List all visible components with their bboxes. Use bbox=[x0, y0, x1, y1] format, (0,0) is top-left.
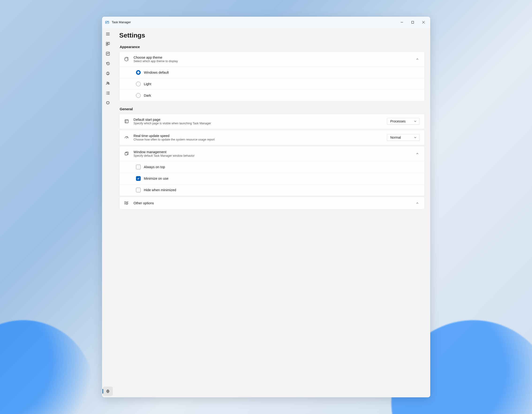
nav-menu-toggle[interactable] bbox=[103, 29, 113, 39]
theme-option-default-label: Windows default bbox=[144, 71, 169, 74]
nav-processes[interactable] bbox=[103, 39, 113, 48]
windows-icon bbox=[124, 151, 129, 156]
option-hide-when-minimized[interactable]: Hide when minimized bbox=[120, 184, 424, 196]
hide-when-minimized-label: Hide when minimized bbox=[144, 188, 176, 192]
general-label: General bbox=[120, 107, 425, 111]
card-update-speed: Real time update speed Choose how often … bbox=[119, 130, 425, 145]
chevron-down-icon bbox=[414, 120, 417, 123]
card-default-start-page: Default start page Specify which page is… bbox=[119, 114, 425, 129]
minimize-on-use-label: Minimize on use bbox=[144, 177, 169, 180]
card-other-header[interactable]: Other options bbox=[120, 197, 424, 209]
card-theme: Choose app theme Select which app theme … bbox=[119, 52, 425, 101]
checkbox-icon bbox=[136, 176, 141, 181]
start-page-subtitle: Specify which page is visible when launc… bbox=[134, 122, 382, 125]
nav-app-history[interactable] bbox=[103, 59, 113, 68]
svg-rect-4 bbox=[108, 42, 110, 45]
nav-details[interactable] bbox=[103, 88, 113, 98]
svg-point-11 bbox=[106, 93, 107, 93]
svg-rect-2 bbox=[106, 42, 108, 44]
update-speed-subtitle: Choose how often to update the system re… bbox=[134, 138, 382, 141]
theme-title: Choose app theme bbox=[134, 56, 411, 59]
nav-users[interactable] bbox=[103, 78, 113, 88]
nav-services[interactable] bbox=[103, 98, 113, 108]
maximize-button[interactable] bbox=[407, 19, 418, 26]
app-window: Task Manager bbox=[102, 17, 430, 398]
option-minimize-on-use[interactable]: Minimize on use bbox=[120, 173, 424, 184]
chevron-down-icon bbox=[414, 136, 417, 139]
content-area: Settings Appearance Choose app theme Sel… bbox=[114, 28, 430, 398]
nav-startup-apps[interactable] bbox=[103, 69, 113, 78]
theme-option-dark-label: Dark bbox=[144, 94, 151, 97]
start-page-value: Processes bbox=[390, 119, 406, 123]
chevron-up-icon bbox=[416, 58, 420, 60]
page-title: Settings bbox=[119, 28, 425, 44]
svg-rect-21 bbox=[125, 203, 125, 204]
close-button[interactable] bbox=[418, 19, 429, 26]
section-general: General Default start page Specify which… bbox=[119, 107, 425, 210]
svg-rect-17 bbox=[125, 120, 128, 123]
svg-point-16 bbox=[127, 58, 127, 58]
svg-rect-3 bbox=[106, 44, 108, 46]
section-appearance: Appearance Choose app theme Select which… bbox=[119, 45, 425, 101]
palette-icon bbox=[124, 57, 129, 61]
window-mgmt-title: Window management bbox=[134, 150, 411, 154]
card-window-management: Window management Specify default Task M… bbox=[119, 146, 425, 196]
window-mgmt-subtitle: Specify default Task Manager window beha… bbox=[134, 154, 411, 157]
always-on-top-label: Always on top bbox=[144, 165, 165, 169]
app-icon bbox=[105, 20, 109, 24]
chevron-up-icon bbox=[416, 152, 420, 155]
theme-option-light-label: Light bbox=[144, 82, 151, 86]
svg-rect-20 bbox=[125, 202, 125, 202]
titlebar: Task Manager bbox=[102, 17, 430, 28]
chevron-up-icon bbox=[416, 202, 420, 204]
nav-settings[interactable] bbox=[103, 386, 113, 396]
card-theme-header[interactable]: Choose app theme Select which app theme … bbox=[120, 52, 424, 67]
svg-point-15 bbox=[126, 58, 126, 58]
svg-point-12 bbox=[106, 94, 107, 95]
svg-point-14 bbox=[125, 58, 126, 59]
window-controls bbox=[397, 19, 429, 26]
app-title: Task Manager bbox=[112, 20, 131, 24]
appearance-label: Appearance bbox=[120, 45, 425, 49]
speed-icon bbox=[124, 135, 129, 140]
card-update-speed-header: Real time update speed Choose how often … bbox=[120, 130, 424, 145]
theme-option-light[interactable]: Light bbox=[120, 78, 424, 90]
theme-option-default[interactable]: Windows default bbox=[120, 67, 424, 78]
sidebar bbox=[102, 28, 114, 398]
theme-subtitle: Select which app theme to display bbox=[134, 60, 411, 63]
card-other-options: Other options bbox=[119, 197, 425, 210]
checkbox-icon bbox=[136, 165, 141, 169]
svg-point-8 bbox=[107, 82, 108, 83]
other-options-title: Other options bbox=[134, 201, 411, 205]
option-always-on-top[interactable]: Always on top bbox=[120, 161, 424, 173]
svg-point-9 bbox=[108, 82, 109, 83]
svg-point-18 bbox=[126, 138, 127, 138]
update-speed-value: Normal bbox=[390, 135, 401, 139]
svg-rect-1 bbox=[411, 21, 414, 23]
nav-performance[interactable] bbox=[103, 49, 113, 58]
list-icon bbox=[124, 201, 129, 205]
minimize-button[interactable] bbox=[397, 19, 407, 26]
theme-option-dark[interactable]: Dark bbox=[120, 90, 424, 101]
card-start-page-header: Default start page Specify which page is… bbox=[120, 114, 424, 129]
radio-icon bbox=[136, 82, 141, 86]
start-page-title: Default start page bbox=[134, 118, 382, 122]
start-page-dropdown[interactable]: Processes bbox=[387, 118, 420, 125]
update-speed-title: Real time update speed bbox=[134, 134, 382, 138]
update-speed-dropdown[interactable]: Normal bbox=[387, 134, 420, 141]
svg-point-13 bbox=[107, 391, 108, 392]
svg-point-10 bbox=[106, 92, 107, 92]
svg-rect-19 bbox=[125, 153, 127, 155]
radio-icon bbox=[136, 70, 141, 75]
page-icon bbox=[124, 119, 129, 124]
radio-icon bbox=[136, 93, 141, 98]
card-window-mgmt-header[interactable]: Window management Specify default Task M… bbox=[120, 146, 424, 161]
checkbox-icon bbox=[136, 188, 141, 192]
